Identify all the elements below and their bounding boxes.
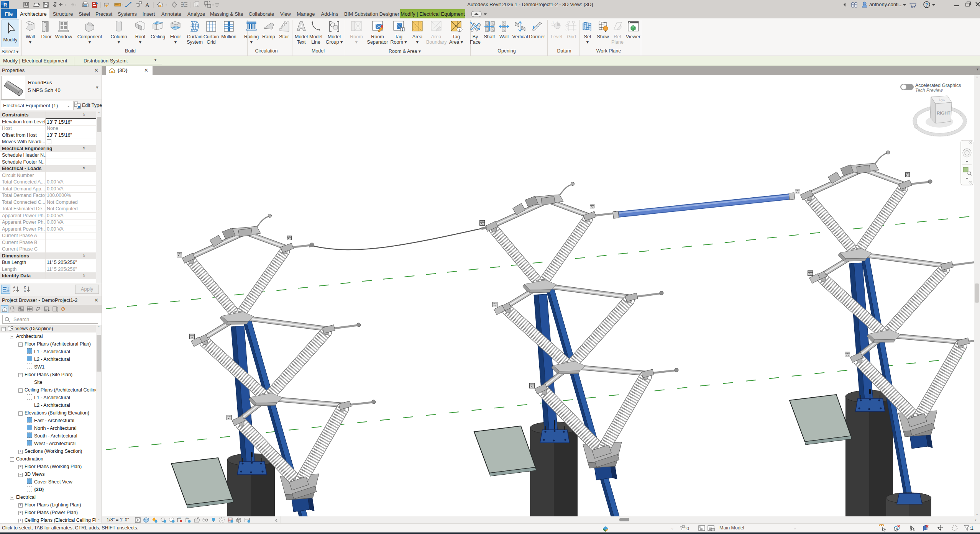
svg-text:A: A (24, 289, 26, 293)
svg-text:?: ? (925, 2, 928, 8)
svg-text:anthony.conti...: anthony.conti... (869, 2, 903, 7)
svg-text:Accelerated Graphics: Accelerated Graphics (915, 83, 961, 88)
svg-text:1: 1 (459, 28, 461, 32)
svg-text:Tech Preview: Tech Preview (915, 88, 943, 93)
svg-text:A: A (145, 2, 149, 8)
svg-text:Z: Z (13, 289, 15, 293)
svg-text:1: 1 (402, 28, 404, 31)
svg-text:Z: Z (24, 285, 26, 289)
svg-text::1: :1 (970, 526, 973, 531)
svg-text:A: A (13, 285, 15, 289)
svg-text::0: :0 (685, 526, 689, 531)
svg-text:RIGHT: RIGHT (937, 111, 950, 115)
svg-text:R: R (3, 2, 7, 8)
